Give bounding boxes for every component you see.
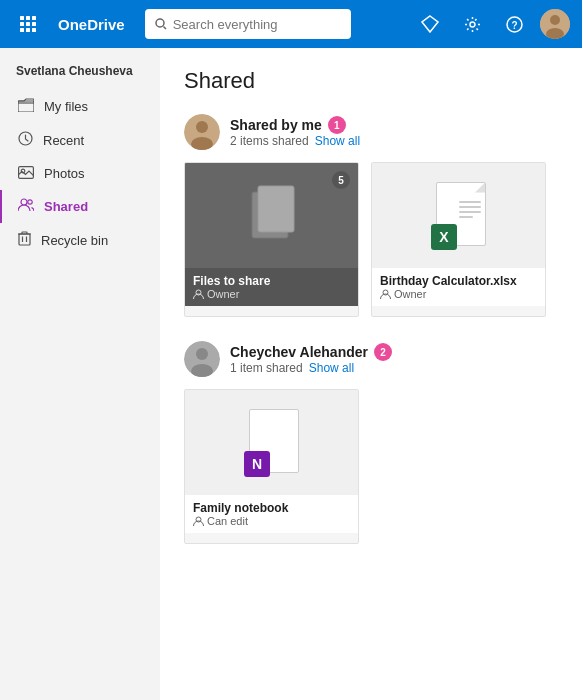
cheychev-show-all[interactable]: Show all	[309, 361, 354, 375]
files-to-share-badge: 5	[332, 171, 350, 189]
svg-point-9	[156, 19, 164, 27]
shared-label: Shared	[44, 199, 88, 214]
sidebar-item-recent[interactable]: Recent	[0, 123, 160, 157]
sidebar-item-recycle-bin[interactable]: Recycle bin	[0, 223, 160, 257]
sidebar-item-photos[interactable]: Photos	[0, 157, 160, 190]
shared-by-me-sub: 2 items shared Show all	[230, 134, 360, 148]
svg-rect-1	[26, 16, 30, 20]
svg-line-10	[163, 27, 166, 30]
shared-by-me-name: Shared by me 1	[230, 116, 360, 134]
family-notebook-canedit: Can edit	[193, 515, 350, 527]
shared-by-me-title-wrap: Shared by me 1 2 items shared Show all	[230, 116, 360, 148]
owner-person-icon	[193, 289, 204, 300]
shared-icon	[18, 198, 34, 215]
cheychev-title-wrap: Cheychev Alehander 2 1 item shared Show …	[230, 343, 392, 375]
svg-point-22	[28, 200, 32, 204]
shared-by-me-count: 1	[328, 116, 346, 134]
sidebar-item-my-files[interactable]: My files	[0, 90, 160, 123]
family-notebook-thumb: N	[185, 390, 358, 495]
svg-point-28	[196, 121, 208, 133]
topbar: OneDrive ?	[0, 0, 582, 48]
my-files-label: My files	[44, 99, 88, 114]
svg-rect-0	[20, 16, 24, 20]
excel-file-icon: X	[431, 182, 486, 250]
birthday-calculator-name: Birthday Calculator.xlsx	[380, 274, 537, 288]
cheychev-alehander-header: Cheychev Alehander 2 1 item shared Show …	[184, 341, 558, 377]
help-icon[interactable]: ?	[498, 8, 530, 40]
svg-rect-3	[20, 22, 24, 26]
svg-point-35	[196, 348, 208, 360]
page-title: Shared	[184, 68, 558, 94]
grid-icon[interactable]	[12, 8, 44, 40]
sidebar: Svetlana Cheusheva My files Recent	[0, 48, 160, 700]
file-card-birthday-calculator[interactable]: X Birthday Calculator.xlsx Owner	[371, 162, 546, 317]
files-to-share-name: Files to share	[193, 274, 350, 288]
birthday-calculator-info: Birthday Calculator.xlsx Owner	[372, 268, 545, 306]
recycle-bin-icon	[18, 231, 31, 249]
photos-label: Photos	[44, 166, 84, 181]
recent-icon	[18, 131, 33, 149]
recent-label: Recent	[43, 133, 84, 148]
cheychev-avatar	[184, 341, 220, 377]
svg-rect-6	[20, 28, 24, 32]
diamond-icon[interactable]	[414, 8, 446, 40]
shared-by-me-file-grid: 5 Files to share Owner	[184, 162, 558, 317]
birthday-calculator-owner: Owner	[380, 288, 537, 300]
svg-point-11	[470, 22, 475, 27]
folder-pages-icon	[244, 184, 300, 248]
my-files-icon	[18, 98, 34, 115]
file-card-family-notebook[interactable]: N Family notebook Can edit	[184, 389, 359, 544]
search-icon	[155, 18, 167, 30]
photos-icon	[18, 165, 34, 182]
settings-icon[interactable]	[456, 8, 488, 40]
app-logo: OneDrive	[58, 16, 125, 33]
onenote-file-icon: N	[244, 409, 299, 477]
cheychev-alehander-section: Cheychev Alehander 2 1 item shared Show …	[184, 341, 558, 544]
svg-text:?: ?	[511, 20, 517, 31]
file-card-files-to-share[interactable]: 5 Files to share Owner	[184, 162, 359, 317]
svg-point-21	[21, 199, 27, 205]
cheychev-sub: 1 item shared Show all	[230, 361, 392, 375]
shared-by-me-show-all[interactable]: Show all	[315, 134, 360, 148]
svg-rect-4	[26, 22, 30, 26]
cheychev-count: 2	[374, 343, 392, 361]
recycle-bin-label: Recycle bin	[41, 233, 108, 248]
files-to-share-owner: Owner	[193, 288, 350, 300]
main-layout: Svetlana Cheusheva My files Recent	[0, 48, 582, 700]
user-name: Svetlana Cheusheva	[0, 60, 160, 90]
birthday-calculator-thumb: X	[372, 163, 545, 268]
search-bar[interactable]	[145, 9, 351, 39]
svg-rect-7	[26, 28, 30, 32]
svg-rect-8	[32, 28, 36, 32]
svg-rect-5	[32, 22, 36, 26]
family-notebook-info: Family notebook Can edit	[185, 495, 358, 533]
owner-person-icon2	[380, 289, 391, 300]
svg-rect-2	[32, 16, 36, 20]
shared-by-me-header: Shared by me 1 2 items shared Show all	[184, 114, 558, 150]
content-area: Shared Shared by me 1 2 i	[160, 48, 582, 700]
svg-rect-31	[258, 186, 294, 232]
cheychev-name: Cheychev Alehander 2	[230, 343, 392, 361]
user-avatar[interactable]	[540, 9, 570, 39]
shared-by-me-section: Shared by me 1 2 items shared Show all	[184, 114, 558, 317]
family-notebook-name: Family notebook	[193, 501, 350, 515]
svg-point-15	[550, 15, 560, 25]
svg-rect-23	[19, 234, 30, 245]
search-input[interactable]	[173, 17, 341, 32]
shared-by-me-avatar	[184, 114, 220, 150]
canedit-person-icon	[193, 516, 204, 527]
cheychev-file-grid: N Family notebook Can edit	[184, 389, 558, 544]
sidebar-item-shared[interactable]: Shared	[0, 190, 160, 223]
files-to-share-thumb: 5	[185, 163, 358, 268]
